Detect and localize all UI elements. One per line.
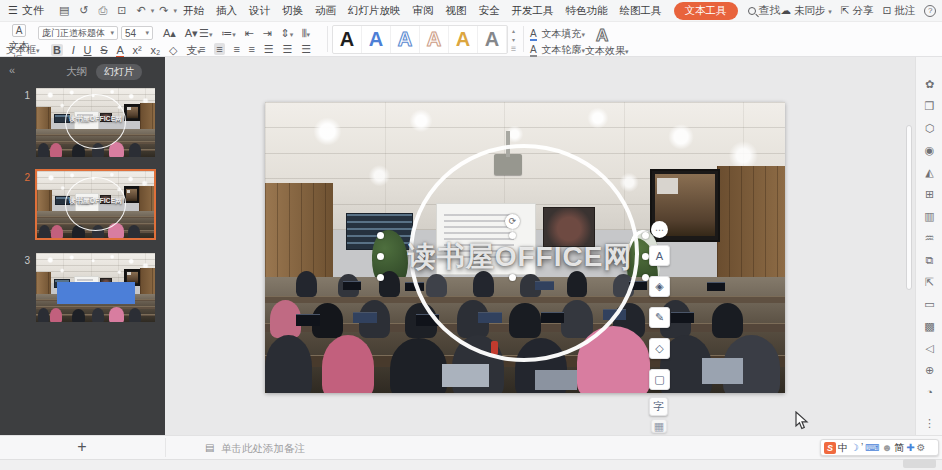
sidebar-icon-4[interactable]: ◉ [916,144,942,157]
indent-button[interactable]: ⇥ [262,27,271,40]
tab-texttools-active[interactable]: 文本工具 [674,2,738,20]
selection-handle-se[interactable] [642,274,649,281]
text-effects-button[interactable]: 文本效果▾ [585,44,629,58]
sidebar-icon-1[interactable]: ✿ [916,78,942,91]
bold-button[interactable]: B [51,44,63,56]
tab-slideshow[interactable]: 幻灯片放映 [342,4,407,18]
grow-font-button[interactable]: A▴ [163,27,176,40]
align-left-button[interactable]: ≡ [199,43,205,55]
sidebar-icon-10[interactable]: ⇱ [916,276,942,289]
sidebar-icon-5[interactable]: ◭ [916,166,942,179]
tab-devtools[interactable]: 开发工具 [506,4,560,18]
collapse-panel-icon[interactable]: « [9,64,15,76]
current-slide[interactable]: 读书屋OFFICE网 ⟳ [265,102,785,393]
selection-handle-sw[interactable] [377,274,384,281]
selection-handle-w[interactable] [377,253,384,260]
distribute-button-3[interactable]: ☰ [301,43,311,56]
selection-handle-s[interactable] [509,274,516,281]
sidebar-icon-15[interactable]: ◔ [916,386,942,398]
tab-outline[interactable]: 大纲 [66,65,87,79]
find-button[interactable]: 查找 [748,3,781,18]
file-menu[interactable]: ☰ 文件 [8,3,44,18]
align-justify-button[interactable]: ≡ [249,43,255,55]
font-name-select[interactable]: 庞门正道标题体▾ [38,26,118,40]
slide-thumbnail-2-selected[interactable]: 读书屋OFFICE网 [35,169,156,240]
sync-status[interactable]: ☁ 未同步 ▾ [781,4,832,18]
align-right-button[interactable]: ≡ [233,43,239,55]
ime-keyboard-icon[interactable]: ⌨ [865,442,879,453]
tab-review[interactable]: 审阅 [407,4,440,18]
gallery-more-icon[interactable]: ☰ [511,45,516,52]
history-icon[interactable]: ↺ [79,4,88,17]
outdent-button[interactable]: ⇤ [244,27,253,40]
notes-placeholder[interactable]: 单击此处添加备注 [221,442,305,456]
ime-toolbar[interactable]: S 中 ☽ ’ ⌨ ☻ 简 ✚ ⚙ [820,439,939,456]
font-color-button[interactable]: A [116,44,123,58]
ime-settings-icon[interactable]: ⚙ [917,442,926,453]
gallery-up-icon[interactable]: ▴ [512,27,515,34]
superscript-button[interactable]: x² [133,44,142,56]
float-layers-button[interactable]: ◈ [649,276,670,297]
float-frame-button[interactable]: ▢ [649,369,670,390]
rotate-handle[interactable]: ⟳ [505,214,520,229]
sidebar-icon-13[interactable]: ◁ [916,342,942,355]
float-shape-button[interactable]: ◇ [649,338,670,359]
selection-handle-e[interactable] [642,253,649,260]
font-size-select[interactable]: 54▾ [121,26,153,40]
comment-button[interactable]: ⊡ 批注 [883,4,916,18]
redo-icon[interactable]: ↷ [159,4,168,17]
wordart-style-5[interactable]: A [449,26,478,53]
wordart-style-1[interactable]: A [333,26,362,53]
ime-lang-toggle[interactable]: 中 [838,441,848,455]
preview-icon[interactable]: ⊡ [117,4,126,17]
wordart-style-6[interactable]: A [478,26,507,53]
tab-insert[interactable]: 插入 [210,4,243,18]
tab-transition[interactable]: 切换 [276,4,309,18]
tab-design[interactable]: 设计 [243,4,276,18]
sidebar-icon-2[interactable]: ❒ [916,100,942,113]
undo-caret-icon[interactable]: ▾ [151,7,155,15]
text-direction-button[interactable]: ⫴▾ [302,27,310,40]
sidebar-icon-12[interactable]: ▩ [916,320,942,333]
save-icon[interactable]: ▤ [59,4,69,17]
ime-account-icon[interactable]: ☻ [882,442,893,453]
wordart-style-4[interactable]: A [420,26,449,53]
numbering-button[interactable]: ≔▾ [221,27,236,40]
tab-features[interactable]: 特色功能 [560,4,614,18]
wordart-style-3[interactable]: A [391,26,420,53]
text-outline-button[interactable]: A 文本轮廓▾ [530,43,585,57]
align-center-button[interactable]: ≡ [214,43,224,55]
highlight-button[interactable]: ◇ [169,44,177,57]
selection-handle-n[interactable] [509,232,516,239]
selection-handle-nw[interactable] [377,232,384,239]
float-char-button[interactable]: 字 [649,397,668,416]
sidebar-icon-11[interactable]: ▭ [916,298,942,311]
distribute-button-2[interactable]: ☰ [282,43,292,56]
float-more-options-button[interactable]: ⋯ [651,221,668,238]
tab-security[interactable]: 安全 [473,4,506,18]
ime-moon-icon[interactable]: ☽ [850,442,859,453]
wordart-style-2[interactable]: A [362,26,391,53]
add-slide-button[interactable]: + [70,438,94,456]
undo-icon[interactable]: ↶ [137,4,146,17]
slide-thumbnail-1[interactable]: 读书屋OFFICE网 [36,88,155,157]
ime-skin-icon[interactable]: ✚ [906,442,914,453]
editing-canvas[interactable]: 读书屋OFFICE网 ⟳ [165,57,915,435]
strikethrough-button[interactable]: S [100,44,107,56]
float-brush-button[interactable]: ✎ [649,307,670,328]
sidebar-icon-6[interactable]: ⊞ [916,188,942,201]
canvas-scrollbar[interactable] [906,125,912,290]
sidebar-icon-7[interactable]: ▥ [916,210,942,223]
distribute-button-1[interactable]: ☰ [264,43,274,56]
float-grid-button[interactable]: ▦ [651,419,667,433]
sidebar-icon-8[interactable]: ♒ [916,232,942,245]
sidebar-more-icon[interactable]: ⋮ [916,417,942,430]
tab-drawtools[interactable]: 绘图工具 [614,4,668,18]
tab-slides-active[interactable]: 幻灯片 [96,64,142,80]
wordart-text[interactable]: 读书屋OFFICE网 [385,238,655,276]
help-button[interactable]: ? [924,5,936,17]
gallery-down-icon[interactable]: ▾ [512,36,515,43]
italic-button[interactable]: I [72,44,75,56]
sidebar-icon-9[interactable]: ⧉ [916,254,942,267]
text-fill-button[interactable]: A 文本填充▾ [530,27,585,41]
